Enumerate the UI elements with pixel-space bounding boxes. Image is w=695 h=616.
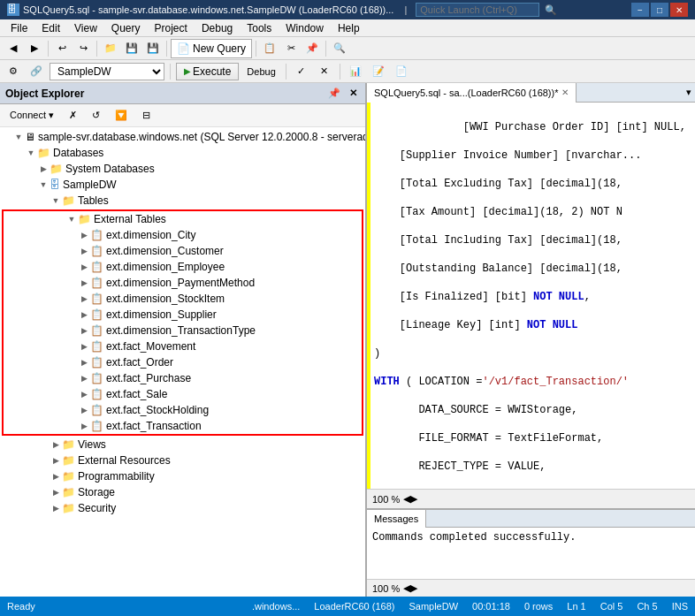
- results-button[interactable]: 📊: [346, 62, 365, 81]
- menu-project[interactable]: Project: [148, 20, 195, 36]
- disconnect-button[interactable]: ✗: [63, 107, 83, 124]
- text-results-button[interactable]: 📝: [369, 62, 388, 81]
- tree-fact-transaction[interactable]: ▶ 📋 ext.fact_Transaction: [4, 418, 362, 434]
- redo-button[interactable]: ↪: [73, 39, 93, 58]
- tree-programmability[interactable]: ▶ 📁 Programmability: [0, 468, 365, 484]
- expand-fact-stockholding[interactable]: ▶: [78, 404, 90, 416]
- tree-external-resources[interactable]: ▶ 📁 External Resources: [0, 452, 365, 468]
- tree-tables[interactable]: ▼ 📁 Tables: [0, 193, 365, 209]
- messages-tab[interactable]: Messages: [367, 510, 426, 528]
- menu-window[interactable]: Window: [279, 20, 331, 36]
- tree-dim-customer[interactable]: ▶ 📋 ext.dimension_Customer: [4, 243, 362, 259]
- tree-dim-supplier[interactable]: ▶ 📋 ext.dimension_Supplier: [4, 307, 362, 323]
- copy-button[interactable]: 📋: [260, 39, 279, 58]
- expand-dim-employee[interactable]: ▶: [78, 261, 90, 273]
- forward-button[interactable]: ▶: [25, 39, 44, 58]
- execute-button[interactable]: ▶ Execute: [176, 63, 239, 80]
- expand-views[interactable]: ▶: [50, 438, 62, 451]
- messages-content[interactable]: Commands completed successfully.: [367, 528, 695, 579]
- expand-fact-movement[interactable]: ▶: [78, 340, 90, 353]
- sql-tab-query5[interactable]: SQLQuery5.sql - sa...(LoaderRC60 (168))*…: [367, 83, 577, 103]
- filter-button[interactable]: 🔽: [109, 107, 134, 124]
- expand-fact-sale[interactable]: ▶: [78, 388, 90, 400]
- tree-dim-employee[interactable]: ▶ 📋 ext.dimension_Employee: [4, 259, 362, 275]
- undo-button[interactable]: ↩: [52, 39, 72, 58]
- menu-tools[interactable]: Tools: [240, 20, 279, 36]
- menu-help[interactable]: Help: [331, 20, 367, 36]
- expand-external-tables[interactable]: ▼: [65, 213, 78, 225]
- tree-fact-movement[interactable]: ▶ 📋 ext.fact_Movement: [4, 338, 362, 354]
- expand-fact-order[interactable]: ▶: [78, 356, 90, 369]
- parse-button[interactable]: ✓: [292, 62, 311, 81]
- save-button[interactable]: 💾: [122, 39, 141, 58]
- pin-icon[interactable]: 📌: [325, 87, 343, 100]
- tree-fact-sale[interactable]: ▶ 📋 ext.fact_Sale: [4, 386, 362, 402]
- expand-systemdb[interactable]: ▶: [37, 163, 50, 175]
- zoom-slider-icon[interactable]: ◀▶: [403, 493, 417, 505]
- refresh-button[interactable]: ↺: [86, 107, 106, 124]
- expand-sampledw[interactable]: ▼: [37, 179, 50, 191]
- expand-databases1[interactable]: ▼: [25, 147, 37, 159]
- quick-launch-input[interactable]: [416, 3, 539, 17]
- expand-dim-stockitem[interactable]: ▶: [78, 293, 90, 305]
- back-button[interactable]: ◀: [4, 39, 23, 58]
- paste-button[interactable]: 📌: [302, 39, 322, 58]
- maximize-button[interactable]: □: [651, 3, 668, 17]
- expand-security[interactable]: ▶: [50, 502, 62, 514]
- database-selector[interactable]: SampleDW: [50, 63, 164, 80]
- menu-query[interactable]: Query: [104, 20, 148, 36]
- tree-dim-city[interactable]: ▶ 📋 ext.dimension_City: [4, 227, 362, 243]
- tb2-btn2[interactable]: 🔗: [27, 62, 46, 81]
- tables-label: Tables: [78, 194, 109, 207]
- expand-tables[interactable]: ▼: [50, 194, 62, 207]
- new-query-button[interactable]: 📄 New Query: [171, 39, 252, 58]
- zoom-slider2-icon[interactable]: ◀▶: [403, 582, 417, 594]
- menu-edit[interactable]: Edit: [34, 20, 67, 36]
- expand-dim-city[interactable]: ▶: [78, 229, 90, 241]
- search-button[interactable]: 🔍: [330, 39, 349, 58]
- tree-storage[interactable]: ▶ 📁 Storage: [0, 484, 365, 500]
- menu-view[interactable]: View: [67, 20, 104, 36]
- expand-dim-customer[interactable]: ▶: [78, 245, 90, 257]
- search-icon[interactable]: 🔍: [545, 4, 557, 16]
- sql-code-area[interactable]: [WWI Purchase Order ID] [int] NULL, [Sup…: [367, 103, 695, 489]
- debug-btn[interactable]: Debug: [242, 62, 279, 81]
- expand-fact-purchase[interactable]: ▶: [78, 372, 90, 384]
- menu-debug[interactable]: Debug: [195, 20, 240, 36]
- expand-programmability[interactable]: ▶: [50, 470, 62, 483]
- sql-tab-close[interactable]: ✕: [561, 87, 569, 97]
- tree-sampledw[interactable]: ▼ 🗄 SampleDW: [0, 177, 365, 193]
- expand-fact-transaction[interactable]: ▶: [78, 420, 90, 432]
- expand-dim-transtype[interactable]: ▶: [78, 324, 90, 337]
- tree-server1[interactable]: ▼ 🖥 sample-svr.database.windows.net (SQL…: [0, 129, 365, 145]
- expand-dim-payment[interactable]: ▶: [78, 277, 90, 289]
- file-results-button[interactable]: 📄: [392, 62, 411, 81]
- panel-controls[interactable]: ▾: [686, 87, 695, 98]
- tree-databases1[interactable]: ▼ 📁 Databases: [0, 145, 365, 161]
- minimize-button[interactable]: −: [631, 3, 649, 17]
- collapse-button[interactable]: ⊟: [136, 107, 157, 124]
- connect-button[interactable]: Connect ▾: [4, 107, 60, 124]
- tree-security[interactable]: ▶ 📁 Security: [0, 500, 365, 516]
- oe-close-icon[interactable]: ✕: [347, 87, 360, 100]
- tree-fact-purchase[interactable]: ▶ 📋 ext.fact_Purchase: [4, 370, 362, 386]
- expand-external-resources[interactable]: ▶: [50, 454, 62, 467]
- tree-fact-stockholding[interactable]: ▶ 📋 ext.fact_StockHolding: [4, 402, 362, 418]
- tree-dim-stockitem[interactable]: ▶ 📋 ext.dimension_StockItem: [4, 291, 362, 307]
- save-all-button[interactable]: 💾: [143, 39, 163, 58]
- tree-dim-payment[interactable]: ▶ 📋 ext.dimension_PaymentMethod: [4, 275, 362, 291]
- close-button[interactable]: ✕: [670, 3, 688, 17]
- tree-views[interactable]: ▶ 📁 Views: [0, 437, 365, 452]
- menu-file[interactable]: File: [4, 20, 34, 36]
- open-button[interactable]: 📁: [101, 39, 120, 58]
- cancel-query-button[interactable]: ✕: [315, 62, 334, 81]
- tree-external-tables[interactable]: ▼ 📁 External Tables: [4, 211, 362, 227]
- tree-system-databases[interactable]: ▶ 📁 System Databases: [0, 161, 365, 177]
- expand-dim-supplier[interactable]: ▶: [78, 308, 90, 321]
- tree-dim-transtype[interactable]: ▶ 📋 ext.dimension_TransactionType: [4, 323, 362, 338]
- tb2-btn1[interactable]: ⚙: [4, 62, 23, 81]
- expand-server1[interactable]: ▼: [12, 131, 25, 143]
- expand-storage[interactable]: ▶: [50, 486, 62, 498]
- tree-fact-order[interactable]: ▶ 📋 ext.fact_Order: [4, 354, 362, 370]
- cut-button[interactable]: ✂: [281, 39, 301, 58]
